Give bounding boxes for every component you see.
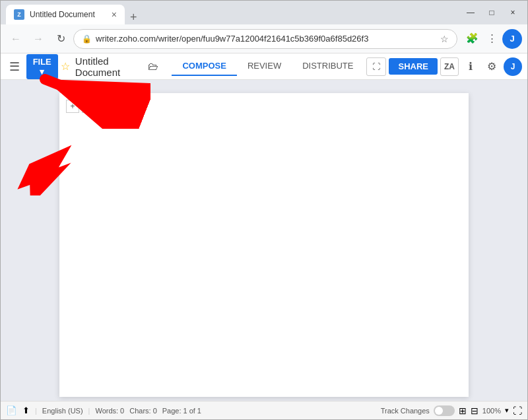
lock-icon: 🔒 xyxy=(82,34,92,44)
za-button[interactable]: ZA xyxy=(440,57,459,76)
file-status-icon[interactable]: 📄 xyxy=(6,405,17,415)
info-button[interactable]: ℹ xyxy=(461,57,480,76)
back-button[interactable]: ← xyxy=(6,29,26,49)
app-toolbar: ☰ FILE ▾ ☆ Untitled Document 🗁 COMPOSE R… xyxy=(1,53,527,80)
hamburger-menu-button[interactable]: ☰ xyxy=(6,56,24,77)
tab-close-button[interactable]: × xyxy=(112,9,117,20)
tab-review[interactable]: REVIEW xyxy=(237,57,292,76)
tab-favicon: Z xyxy=(14,9,24,20)
page-count: Page: 1 of 1 xyxy=(162,407,201,415)
document-page[interactable]: + ≡ xyxy=(59,93,469,397)
document-area: + ≡ xyxy=(1,80,527,401)
zoom-level: 100% xyxy=(482,407,501,415)
document-controls: + ≡ xyxy=(66,100,95,113)
title-bar: Z Untitled Document × + — □ × xyxy=(1,1,527,24)
fullscreen-button[interactable]: ⛶ xyxy=(513,405,522,416)
browser-settings-icon[interactable]: ⋮ xyxy=(482,29,501,48)
settings-icon: ⚙ xyxy=(487,60,496,73)
status-bar: 📄 ⬆ | English (US) | Words: 0 Chars: 0 P… xyxy=(1,401,527,419)
doc-icon: 📄 xyxy=(6,405,17,415)
bookmark-star-icon[interactable]: ☆ xyxy=(440,34,449,44)
zoom-dropdown-button[interactable]: ▾ xyxy=(505,406,509,415)
language-display[interactable]: English (US) xyxy=(42,407,83,415)
info-icon: ℹ xyxy=(469,60,473,73)
profile-button[interactable]: J xyxy=(502,29,522,49)
char-count: Chars: 0 xyxy=(129,407,157,415)
new-tab-button[interactable]: + xyxy=(125,11,143,24)
add-block-button[interactable]: + xyxy=(66,100,79,113)
folder-icon[interactable]: 🗁 xyxy=(148,61,158,73)
browser-toolbar-icons: 🧩 ⋮ J xyxy=(463,29,522,49)
upload-icon[interactable]: ⬆ xyxy=(22,405,30,415)
settings-button[interactable]: ⚙ xyxy=(482,57,501,76)
present-button[interactable]: ⛶ xyxy=(366,57,386,76)
refresh-button[interactable]: ↻ xyxy=(51,29,71,49)
word-count: Words: 0 xyxy=(95,407,124,415)
tab-distribute[interactable]: DISTRIBUTE xyxy=(292,57,364,76)
forward-button[interactable]: → xyxy=(28,29,48,49)
address-bar: ← → ↻ 🔒 writer.zoho.com/writer/open/fuu9… xyxy=(1,24,527,53)
share-button[interactable]: SHARE xyxy=(389,58,438,75)
app-tab-group: COMPOSE REVIEW DISTRIBUTE xyxy=(172,57,364,76)
grid-view-button[interactable]: ⊞ xyxy=(459,405,467,416)
right-toolbar: ⛶ SHARE ZA ℹ ⚙ J xyxy=(366,57,522,76)
list-block-button[interactable]: ≡ xyxy=(82,100,95,113)
status-right: Track Changes ⊞ ⊟ 100% ▾ ⛶ xyxy=(381,405,522,416)
browser-frame: Z Untitled Document × + — □ × ← → ↻ 🔒 wr… xyxy=(0,0,528,420)
maximize-button[interactable]: □ xyxy=(482,3,501,22)
close-button[interactable]: × xyxy=(504,3,522,22)
tab-area: Z Untitled Document × + xyxy=(6,1,459,24)
user-avatar-button[interactable]: J xyxy=(504,57,522,76)
upload-arrow-icon: ⬆ xyxy=(22,405,30,415)
document-star-icon[interactable]: ☆ xyxy=(61,60,70,73)
list-icon: ≡ xyxy=(86,102,90,111)
minimize-button[interactable]: — xyxy=(461,3,480,22)
layout-button[interactable]: ⊟ xyxy=(471,405,478,416)
tab-compose[interactable]: COMPOSE xyxy=(172,57,236,76)
url-bar[interactable]: 🔒 writer.zoho.com/writer/open/fuu9w77a12… xyxy=(73,29,457,49)
track-changes-toggle[interactable] xyxy=(434,405,455,416)
present-icon: ⛶ xyxy=(372,62,380,71)
browser-tab[interactable]: Z Untitled Document × xyxy=(6,5,125,24)
extensions-icon[interactable]: 🧩 xyxy=(463,29,481,48)
document-title[interactable]: Untitled Document xyxy=(73,54,146,79)
url-text: writer.zoho.com/writer/open/fuu9w77a1200… xyxy=(96,34,436,44)
window-controls: — □ × xyxy=(461,3,522,22)
plus-icon: + xyxy=(70,102,75,111)
file-menu-button[interactable]: FILE ▾ xyxy=(26,54,58,79)
tab-title: Untitled Document xyxy=(30,10,95,19)
track-changes-label: Track Changes xyxy=(381,407,430,415)
